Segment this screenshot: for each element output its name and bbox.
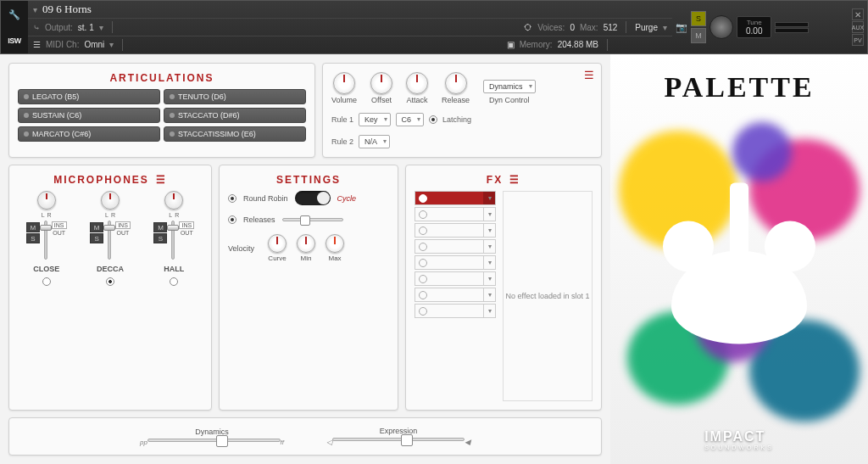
microphones-panel: MICROPHONES ☰ LRMSINSOUTCLOSELRMSINSOUTD…	[8, 165, 212, 411]
dyn-control-select[interactable]: Dynamics	[483, 80, 536, 93]
solo-button[interactable]: S	[90, 233, 103, 243]
latching-radio[interactable]	[429, 115, 437, 124]
midi-label: MIDI Ch:	[46, 40, 79, 49]
ins-button[interactable]: INS	[115, 221, 131, 229]
kontakt-header: 🔧 ISW ▾ 09 6 Horns ⤷ Output: st. 1 ▾ 🌣 V…	[0, 0, 868, 54]
dyn-menu-icon[interactable]: ☰	[584, 69, 594, 81]
fx-slot-dropdown-icon[interactable]: ▾	[483, 305, 495, 317]
round-robin-radio[interactable]	[228, 194, 236, 203]
purge-menu[interactable]: Purge	[635, 23, 658, 32]
fx-slot[interactable]: ▾	[415, 255, 496, 270]
articulation-button[interactable]: MARCATO (C#6)	[18, 126, 160, 142]
output-value[interactable]: st. 1	[78, 23, 94, 32]
voices-value: 0	[570, 23, 575, 32]
dynamics-slider[interactable]	[147, 439, 281, 442]
tune-display[interactable]: Tune 0.00	[737, 16, 771, 38]
fx-menu-icon[interactable]: ☰	[509, 174, 520, 186]
articulation-button[interactable]: LEGATO (B5)	[18, 89, 160, 104]
articulations-title: ARTICULATIONS	[18, 72, 306, 84]
ins-button[interactable]: INS	[52, 221, 67, 229]
fx-slot-toggle-icon[interactable]	[419, 275, 427, 283]
fx-slot-toggle-icon[interactable]	[419, 210, 427, 219]
instrument-title: 09 6 Horns	[42, 3, 92, 16]
mic-strip-hall: LRMSINSOUTHALL	[153, 191, 194, 286]
instrument-silhouette-icon	[646, 182, 832, 369]
fx-slot-toggle-icon[interactable]	[419, 243, 427, 251]
ins-button[interactable]: INS	[179, 221, 194, 229]
aux-button[interactable]: AUX	[852, 21, 864, 33]
volume-knob-main[interactable]: Volume	[331, 72, 357, 104]
articulation-button[interactable]: TENUTO (D6)	[164, 89, 306, 104]
min-knob[interactable]: Min	[297, 234, 315, 262]
solo-button[interactable]: S	[26, 233, 40, 243]
mic-fader[interactable]	[44, 221, 47, 260]
pan-knob[interactable]	[101, 191, 120, 210]
fx-slot[interactable]: ▾	[415, 207, 496, 221]
fx-slot-dropdown-icon[interactable]: ▾	[483, 240, 495, 253]
pv-button[interactable]: PV	[852, 34, 864, 46]
fx-slot[interactable]: ▾	[415, 304, 496, 318]
fx-slot-toggle-icon[interactable]	[419, 194, 427, 203]
mute-button[interactable]: M	[153, 222, 167, 232]
fx-slot[interactable]: ▾	[415, 239, 496, 254]
attack-knob[interactable]: Attack	[406, 72, 428, 104]
midi-value[interactable]: Omni	[84, 40, 104, 49]
fx-slot-dropdown-icon[interactable]: ▾	[483, 256, 495, 269]
fx-slot-dropdown-icon[interactable]: ▾	[483, 224, 495, 237]
mute-button[interactable]: M	[90, 222, 103, 232]
velocity-label: Velocity	[228, 244, 254, 253]
fx-slot-dropdown-icon[interactable]: ▾	[483, 272, 495, 285]
fx-slot[interactable]: ▾	[415, 288, 496, 302]
releases-radio[interactable]	[228, 215, 236, 224]
mics-menu-icon[interactable]: ☰	[156, 174, 167, 186]
articulation-button[interactable]: STACCATO (D#6)	[164, 108, 306, 123]
voices-label: Voices:	[537, 23, 565, 32]
curve-knob[interactable]: Curve	[268, 234, 287, 262]
pan-knob[interactable]	[37, 191, 56, 210]
wrench-icon[interactable]: 🔧	[8, 9, 20, 20]
snapshot-icon[interactable]: 📷	[676, 22, 687, 33]
release-knob[interactable]: Release	[442, 72, 470, 104]
expression-slider[interactable]	[332, 438, 465, 441]
max-knob[interactable]: Max	[326, 234, 344, 262]
max-value[interactable]: 512	[604, 23, 618, 32]
articulation-button[interactable]: STACCATISSIMO (E6)	[164, 126, 306, 142]
artic-dot-icon	[24, 131, 29, 137]
mic-strip-decca: LRMSINSOUTDECCA	[90, 191, 131, 286]
mute-button[interactable]: M	[691, 28, 706, 43]
fx-slot-dropdown-icon[interactable]: ▾	[483, 208, 495, 221]
mic-select-radio[interactable]	[170, 277, 178, 286]
fx-slot[interactable]: ▾	[415, 223, 496, 238]
fx-slot-toggle-icon[interactable]	[419, 226, 427, 235]
solo-button[interactable]: S	[691, 11, 706, 26]
fx-slot-toggle-icon[interactable]	[419, 291, 427, 299]
rule2-label: Rule 2	[331, 137, 353, 146]
round-robin-label: Round Robin	[243, 194, 288, 203]
fx-slot[interactable]: ▾	[415, 271, 496, 286]
fx-slot-toggle-icon[interactable]	[419, 259, 427, 267]
close-button[interactable]: ✕	[852, 8, 864, 20]
cycle-toggle[interactable]	[295, 191, 331, 205]
fx-slot-dropdown-icon[interactable]: ▾	[483, 192, 495, 204]
rule1-value-select[interactable]: C6	[396, 113, 425, 126]
fx-slot-toggle-icon[interactable]	[419, 307, 427, 316]
fx-slot-dropdown-icon[interactable]: ▾	[483, 288, 495, 301]
mic-name: DECCA	[97, 265, 124, 273]
fx-slot[interactable]: ▾	[415, 191, 496, 205]
memory-value: 204.88 MB	[558, 40, 598, 49]
mic-fader[interactable]	[171, 221, 175, 260]
mic-select-radio[interactable]	[106, 277, 114, 286]
dynamics-panel: ☰ Volume Offset Attack Release Dynamics …	[322, 63, 602, 158]
releases-slider[interactable]	[282, 218, 343, 221]
mute-button[interactable]: M	[26, 222, 40, 232]
rule2-select[interactable]: N/A	[359, 135, 390, 148]
articulation-button[interactable]: SUSTAIN (C6)	[18, 108, 160, 123]
offset-knob[interactable]: Offset	[370, 72, 392, 104]
rule1-type-select[interactable]: Key	[359, 113, 391, 126]
pan-knob[interactable]	[164, 191, 183, 210]
mic-select-radio[interactable]	[42, 277, 51, 286]
fx-detail: No effect loaded in slot 1	[503, 191, 593, 401]
mic-fader[interactable]	[108, 221, 111, 260]
volume-knob[interactable]	[709, 15, 733, 39]
solo-button[interactable]: S	[153, 233, 167, 243]
